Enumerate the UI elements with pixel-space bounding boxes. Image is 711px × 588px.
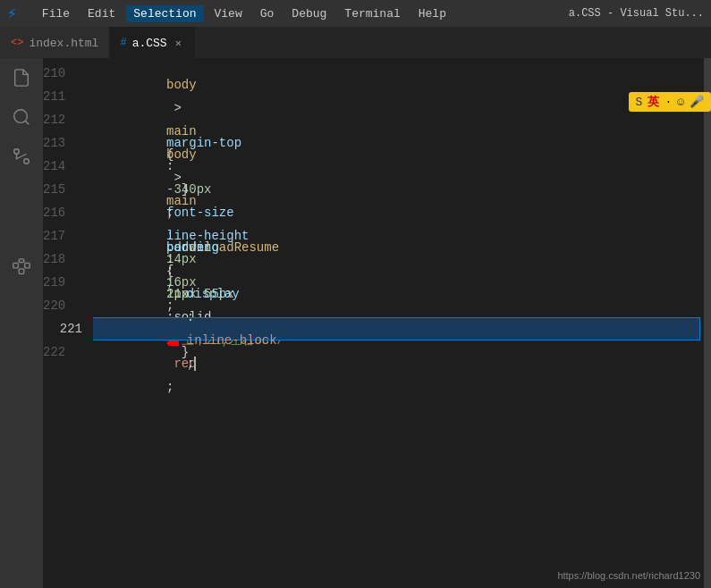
activity-source-control-icon[interactable] [9,144,34,169]
menu-help[interactable]: Help [411,5,453,22]
watermark: https://blog.csdn.net/richard1230 [557,570,700,581]
ime-logo: 英 [648,94,659,110]
menu-edit[interactable]: Edit [80,5,123,22]
ime-toolbar[interactable]: S 英 · ☺ 🎤 [629,92,711,112]
svg-point-2 [14,149,20,155]
svg-line-1 [25,121,29,124]
html-icon: <> [11,37,23,49]
window-title: a.CSS - Visual Stu... [569,7,704,20]
activity-bar [0,58,43,588]
menu-terminal[interactable]: Terminal [337,5,407,22]
ime-chinese-label[interactable]: S [636,96,643,109]
ime-smiley[interactable]: ☺ [677,96,684,109]
activity-extensions-icon[interactable] [9,255,34,280]
menu-file[interactable]: File [35,5,77,22]
title-bar: ⚡ File Edit Selection View Go Debug Term… [0,0,711,27]
editor-container: S 英 · ☺ 🎤 210 211 212 [0,58,711,588]
tab-label-index-html: index.html [29,37,98,50]
svg-rect-6 [19,269,24,274]
line-num-214: 214 [43,155,76,178]
ime-separator: · [664,96,672,109]
line-num-212: 212 [43,108,76,131]
menu-selection[interactable]: Selection [126,5,203,22]
vertical-scrollbar[interactable] [704,58,711,588]
line-num-218: 218 [43,248,76,271]
line-numbers-area: 210 211 212 body > main { [43,58,711,588]
vscode-logo: ⚡ [7,4,17,23]
line-num-217: 217 [43,224,76,248]
svg-rect-5 [25,263,30,268]
tab-bar: <> index.html # a.CSS ✕ [0,27,711,58]
activity-search-icon[interactable] [9,105,34,130]
code-content: 210 211 212 body > main { [43,58,711,588]
tab-close-button[interactable]: ✕ [173,36,184,51]
activity-files-icon[interactable] [9,65,34,90]
line-num-211: 211 [43,85,76,108]
menu-bar: File Edit Selection View Go Debug Termin… [35,5,453,22]
svg-rect-7 [19,259,24,263]
code-line-222: 222 } [43,340,711,364]
css-icon: # [120,37,126,49]
line-num-222: 222 [43,340,76,364]
menu-debug[interactable]: Debug [284,5,334,22]
tab-index-html[interactable]: <> index.html [0,27,109,58]
svg-point-3 [24,159,30,164]
menu-view[interactable]: View [207,5,250,22]
tab-label-a-css: a.CSS [132,37,167,50]
line-num-220: 220 [43,294,76,317]
menu-go[interactable]: Go [253,5,282,22]
line-num-219: 219 [43,271,76,294]
line-num-215: 215 [43,178,76,201]
line-num-210: 210 [43,62,76,85]
line-num-213: 213 [43,131,76,155]
editor[interactable]: S 英 · ☺ 🎤 210 211 212 [43,58,711,588]
line-code-222: } [76,317,189,387]
tab-a-css[interactable]: # a.CSS ✕ [109,27,194,58]
svg-point-0 [14,110,28,123]
ime-mic[interactable]: 🎤 [690,95,704,109]
svg-rect-4 [13,263,19,268]
line-num-216: 216 [43,201,76,224]
